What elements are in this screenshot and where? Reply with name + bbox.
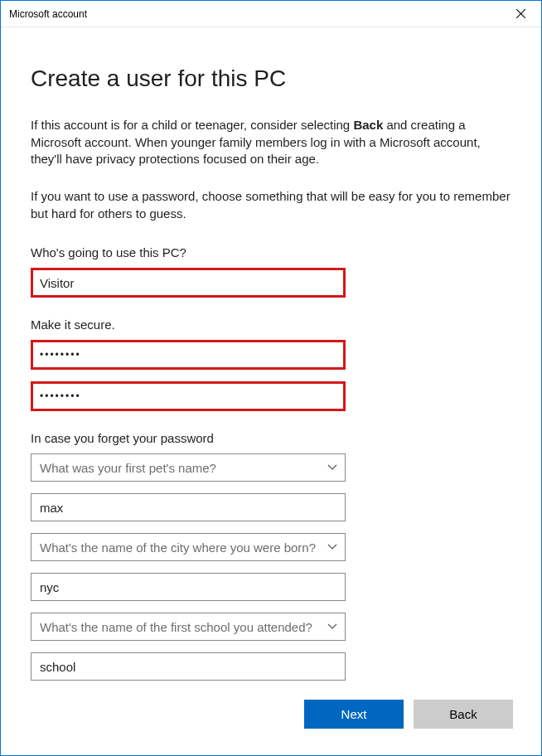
page-title: Create a user for this PC — [31, 65, 513, 92]
security-question-3[interactable]: What's the name of the first school you … — [31, 613, 346, 641]
security-question-1-label: What was your first pet's name? — [31, 453, 346, 482]
next-button[interactable]: Next — [304, 700, 404, 729]
password-input[interactable]: •••••••• — [31, 340, 346, 370]
close-icon — [516, 9, 525, 18]
label-who: Who's going to use this PC? — [31, 245, 513, 259]
window-title: Microsoft account — [9, 8, 87, 20]
password-confirm-input[interactable]: •••••••• — [31, 381, 346, 411]
content-area: Create a user for this PC If this accoun… — [1, 27, 541, 681]
label-secure: Make it secure. — [31, 317, 513, 332]
security-question-1[interactable]: What was your first pet's name? — [31, 453, 346, 482]
security-question-2[interactable]: What's the name of the city where you we… — [31, 533, 346, 561]
footer-buttons: Next Back — [304, 700, 513, 729]
username-input[interactable] — [31, 268, 346, 298]
security-answer-2-input[interactable] — [31, 573, 346, 601]
back-button[interactable]: Back — [414, 700, 513, 729]
description-child: If this account is for a child or teenag… — [31, 117, 513, 168]
close-button[interactable] — [510, 3, 531, 25]
security-question-2-label: What's the name of the city where you we… — [31, 533, 346, 561]
security-answer-1-input[interactable] — [31, 493, 346, 521]
security-answer-3-input[interactable] — [31, 652, 346, 681]
titlebar: Microsoft account — [1, 1, 541, 27]
description-password: If you want to use a password, choose so… — [31, 188, 513, 222]
security-question-3-label: What's the name of the first school you … — [31, 613, 346, 641]
label-forget: In case you forget your password — [31, 431, 513, 445]
